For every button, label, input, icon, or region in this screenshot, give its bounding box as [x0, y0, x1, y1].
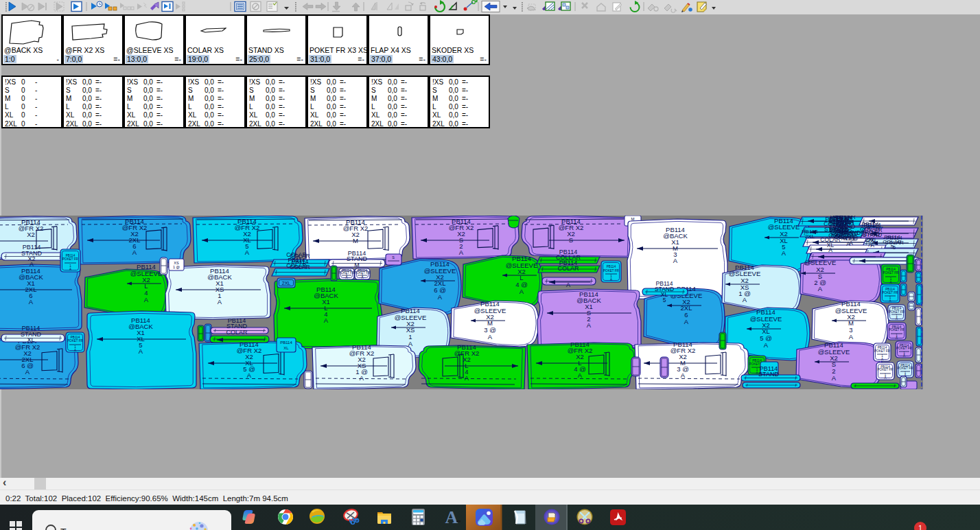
svg-text:A: A: [459, 249, 464, 256]
svg-text:POKET FR: POKET FR: [896, 347, 913, 350]
svg-text:A: A: [673, 257, 678, 264]
svg-text:A: A: [828, 246, 832, 253]
svg-text:COLAR: COLAR: [226, 329, 248, 336]
svg-text:A: A: [408, 340, 413, 347]
svg-text:A: A: [681, 371, 686, 379]
svg-text:A: A: [465, 374, 469, 382]
svg-text:A: A: [245, 249, 250, 256]
svg-text:A: A: [764, 341, 769, 349]
svg-text:1: 1: [918, 524, 922, 530]
svg-text:2XL: 2XL: [805, 233, 815, 240]
svg-text:POKET FR: POKET FR: [62, 257, 79, 261]
svg-text:Търси в интернет: Търси в интернет: [60, 527, 139, 530]
svg-text:POKET FR: POKET FR: [883, 271, 900, 275]
svg-text:STAND: STAND: [758, 371, 779, 378]
svg-text:POKET FR: POKET FR: [889, 328, 905, 332]
svg-text:A: A: [139, 347, 143, 355]
svg-text:A: A: [846, 240, 850, 247]
svg-text:PB114: PB114: [280, 341, 292, 345]
svg-text:5: 5: [663, 297, 666, 303]
svg-text:A: A: [743, 296, 747, 303]
svg-text:COLAR: COLAR: [557, 265, 579, 272]
svg-text:A: A: [832, 374, 837, 382]
svg-text:A: A: [360, 374, 364, 382]
svg-text:A: A: [132, 249, 137, 256]
svg-text:A: A: [438, 293, 443, 301]
svg-text:A: A: [25, 368, 30, 376]
svg-text:POKET FR: POKET FR: [883, 291, 899, 295]
svg-text:POKET FR: POKET FR: [898, 367, 914, 370]
svg-text:A: A: [144, 296, 149, 303]
svg-text:2XL: 2XL: [282, 281, 291, 286]
svg-text:XL: XL: [283, 346, 289, 350]
svg-text:XL: XL: [27, 336, 34, 343]
svg-text:5: 5: [893, 244, 896, 251]
svg-text:A: A: [782, 249, 786, 257]
svg-text:A: A: [587, 321, 592, 329]
svg-text:S: S: [392, 255, 395, 260]
svg-text:A: A: [849, 333, 854, 341]
svg-text:A: A: [488, 333, 493, 341]
svg-text:A: A: [218, 298, 222, 306]
svg-text:A: A: [30, 261, 34, 268]
svg-text:X2: X2: [27, 231, 35, 238]
svg-text:A: A: [578, 371, 583, 379]
svg-text:POKET FR: POKET FR: [67, 339, 84, 343]
svg-text:A: A: [324, 316, 329, 324]
svg-text:A: A: [870, 242, 874, 249]
svg-text:POKET FR: POKET FR: [889, 310, 905, 314]
svg-text:POKET FR: POKET FR: [874, 349, 891, 353]
svg-text:A: A: [445, 507, 458, 527]
svg-text:COLAR: COLAR: [290, 264, 310, 270]
svg-text:M: M: [354, 262, 360, 268]
svg-text:A: A: [247, 371, 252, 379]
svg-text:PB114: PB114: [607, 265, 616, 268]
svg-text:A: A: [566, 281, 570, 288]
svg-text:1 @: 1 @: [173, 265, 180, 269]
svg-text:POKET FR: POKET FR: [603, 269, 620, 273]
svg-text:A: A: [818, 285, 823, 292]
svg-text:POKET FR: POKET FR: [878, 368, 894, 371]
svg-text:A: A: [520, 288, 524, 295]
svg-text:A: A: [684, 318, 689, 325]
svg-text:A: A: [29, 298, 34, 306]
